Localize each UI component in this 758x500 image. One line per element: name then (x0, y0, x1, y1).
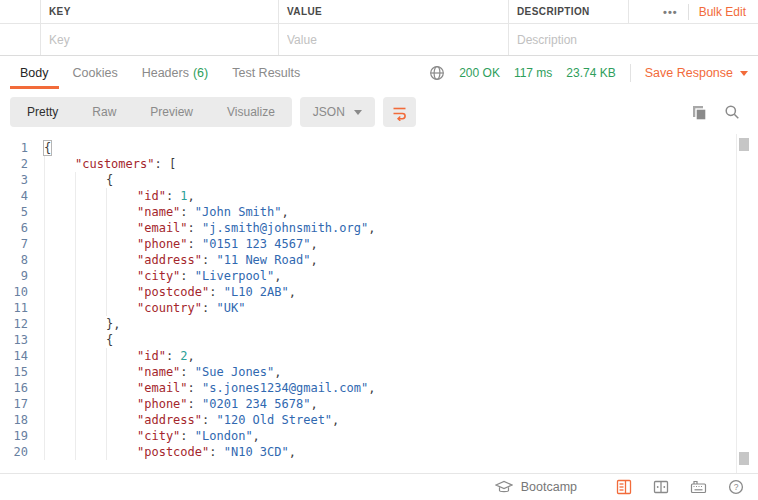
code-line[interactable]: 17"phone": "0201 234 5678", (0, 396, 758, 412)
response-size: 23.74 KB (566, 66, 615, 80)
key-column-header: KEY (49, 6, 71, 17)
save-response-button[interactable]: Save Response (645, 66, 748, 80)
indent-guide (75, 236, 106, 252)
key-column-header-cell: KEY (40, 0, 278, 23)
code-line[interactable]: 1{ (0, 140, 758, 156)
line-number: 18 (0, 412, 44, 428)
editor-scrollbar-thumb[interactable] (739, 138, 749, 151)
indent-guide (106, 364, 137, 380)
tab-cookies-label: Cookies (73, 66, 118, 80)
code-content: "postcode": "N10 3CD", (44, 444, 296, 460)
keyboard-shortcuts-icon[interactable] (690, 479, 707, 495)
indent-guide (75, 204, 106, 220)
code-line[interactable]: 6"email": "j.smith@johnsmith.org", (0, 220, 758, 236)
view-switcher: Pretty Raw Preview Visualize (10, 97, 292, 127)
more-options-icon[interactable]: ••• (663, 6, 678, 18)
release-notes-icon[interactable] (616, 479, 632, 495)
response-body-editor[interactable]: 1{2"customers": [3{4"id": 1,5"name": "Jo… (0, 134, 758, 473)
code-line[interactable]: 11"country": "UK" (0, 300, 758, 316)
indent-guide (106, 268, 137, 284)
code-line[interactable]: 15"name": "Sue Jones", (0, 364, 758, 380)
copy-icon[interactable] (691, 104, 707, 121)
line-number: 14 (0, 348, 44, 364)
bootcamp-button[interactable]: Bootcamp (495, 480, 577, 494)
code-content: }, (44, 316, 120, 332)
tab-body[interactable]: Body (8, 56, 61, 90)
code-line[interactable]: 3{ (0, 172, 758, 188)
indent-guide (44, 220, 75, 236)
line-number: 3 (0, 172, 44, 188)
language-select[interactable]: JSON (300, 97, 375, 127)
code-line[interactable]: 7"phone": "0151 123 4567", (0, 236, 758, 252)
search-icon[interactable] (724, 104, 740, 120)
indent-guide (75, 316, 106, 332)
svg-text:?: ? (734, 482, 739, 492)
value-input[interactable] (287, 33, 497, 47)
wrap-text-button[interactable] (383, 97, 416, 127)
code-line[interactable]: 16"email": "s.jones1234@gmail.com", (0, 380, 758, 396)
code-line[interactable]: 18"address": "120 Old Street", (0, 412, 758, 428)
wrap-text-icon (391, 104, 408, 121)
response-tab-bar: Body Cookies Headers (6) Test Results 20… (0, 56, 758, 90)
indent-guide (75, 348, 106, 364)
code-line[interactable]: 4"id": 1, (0, 188, 758, 204)
tab-headers[interactable]: Headers (6) (130, 56, 221, 90)
code-line[interactable]: 9"city": "Liverpool", (0, 268, 758, 284)
code-line[interactable]: 8"address": "11 New Road", (0, 252, 758, 268)
line-number: 7 (0, 236, 44, 252)
tab-test-results[interactable]: Test Results (220, 56, 312, 90)
code-line[interactable]: 20"postcode": "N10 3CD", (0, 444, 758, 460)
params-input-row (0, 24, 758, 56)
indent-guide (44, 428, 75, 444)
view-pretty[interactable]: Pretty (10, 97, 75, 127)
code-line[interactable]: 2"customers": [ (0, 156, 758, 172)
line-number: 20 (0, 444, 44, 460)
indent-guide (75, 268, 106, 284)
network-globe-icon[interactable] (429, 65, 445, 81)
code-content: "city": "London", (44, 428, 260, 444)
bulk-edit-button[interactable]: Bulk Edit (699, 5, 746, 19)
view-raw[interactable]: Raw (75, 97, 133, 127)
indent-guide (44, 204, 75, 220)
indent-guide (106, 236, 137, 252)
line-number: 4 (0, 188, 44, 204)
graduation-cap-icon (495, 480, 513, 494)
indent-guide (106, 396, 137, 412)
line-number: 5 (0, 204, 44, 220)
indent-guide (106, 348, 137, 364)
line-number: 13 (0, 332, 44, 348)
status-code: 200 OK (459, 66, 500, 80)
indent-guide (44, 412, 75, 428)
indent-guide (44, 236, 75, 252)
indent-guide (44, 332, 75, 348)
editor-scrollbar-corner[interactable] (739, 452, 749, 465)
indent-guide (44, 172, 75, 188)
code-line[interactable]: 12}, (0, 316, 758, 332)
code-line[interactable]: 14"id": 2, (0, 348, 758, 364)
code-content: { (44, 172, 113, 188)
description-input-cell (508, 24, 758, 55)
indent-guide (106, 220, 137, 236)
line-number: 17 (0, 396, 44, 412)
indent-guide (75, 252, 106, 268)
view-visualize[interactable]: Visualize (210, 97, 292, 127)
indent-guide (75, 444, 106, 460)
indent-guide (75, 188, 106, 204)
code-line[interactable]: 10"postcode": "L10 2AB", (0, 284, 758, 300)
editor-scrollbar-track (736, 134, 737, 473)
code-line[interactable]: 13{ (0, 332, 758, 348)
help-icon[interactable]: ? (728, 479, 744, 495)
description-input[interactable] (517, 33, 746, 47)
view-preview[interactable]: Preview (133, 97, 210, 127)
code-content: "id": 1, (44, 188, 195, 204)
two-pane-view-icon[interactable] (653, 479, 669, 495)
toolbar-right-icons (691, 104, 748, 121)
tab-cookies[interactable]: Cookies (61, 56, 130, 90)
tab-body-label: Body (20, 66, 49, 80)
key-input[interactable] (49, 33, 267, 47)
code-line[interactable]: 5"name": "John Smith", (0, 204, 758, 220)
chevron-down-icon (740, 71, 748, 76)
status-divider (630, 64, 631, 82)
code-content: "country": "UK" (44, 300, 245, 316)
code-line[interactable]: 19"city": "London", (0, 428, 758, 444)
